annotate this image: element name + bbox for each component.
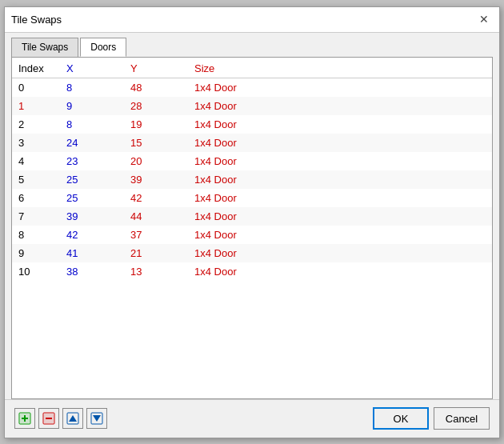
cell-size: 1x4 Door	[188, 152, 492, 170]
cell-x: 24	[60, 134, 124, 152]
table-row[interactable]: 08481x4 Door	[12, 78, 492, 97]
cell-size: 1x4 Door	[188, 226, 492, 244]
cell-y: 19	[124, 115, 188, 134]
cell-x: 25	[60, 189, 124, 207]
remove-icon	[42, 412, 55, 425]
action-buttons	[14, 408, 107, 429]
remove-button[interactable]	[38, 408, 59, 429]
move-up-button[interactable]	[62, 408, 83, 429]
svg-marker-10	[93, 415, 101, 422]
cell-y: 28	[124, 97, 188, 115]
cell-y: 48	[124, 78, 188, 97]
table-row[interactable]: 525391x4 Door	[12, 170, 492, 189]
cell-y: 21	[124, 244, 188, 262]
move-down-button[interactable]	[86, 408, 107, 429]
table-row[interactable]: 1038131x4 Door	[12, 262, 492, 281]
cell-index: 4	[12, 152, 60, 170]
cell-x: 25	[60, 170, 124, 189]
table-row[interactable]: 324151x4 Door	[12, 134, 492, 152]
bottom-bar: OK Cancel	[5, 399, 499, 438]
tab-bar: Tile Swaps Doors	[5, 33, 499, 57]
tab-doors[interactable]: Doors	[80, 38, 126, 57]
cell-y: 39	[124, 170, 188, 189]
col-header-y: Y	[124, 58, 188, 78]
cell-size: 1x4 Door	[188, 97, 492, 115]
col-header-x: X	[60, 58, 124, 78]
content-area: Index X Y Size 08481x4 Door19281x4 Door2…	[11, 57, 493, 399]
cell-y: 44	[124, 207, 188, 226]
cell-index: 8	[12, 226, 60, 244]
table-container[interactable]: Index X Y Size 08481x4 Door19281x4 Door2…	[12, 58, 492, 398]
window-title: Tile Swaps	[11, 14, 62, 26]
cell-index: 3	[12, 134, 60, 152]
cell-y: 15	[124, 134, 188, 152]
dialog-buttons: OK Cancel	[373, 407, 490, 430]
close-button[interactable]: ✕	[475, 10, 493, 28]
cell-x: 23	[60, 152, 124, 170]
data-table: Index X Y Size 08481x4 Door19281x4 Door2…	[12, 58, 492, 281]
cell-size: 1x4 Door	[188, 115, 492, 134]
tab-tile-swaps[interactable]: Tile Swaps	[11, 38, 78, 57]
cell-x: 9	[60, 97, 124, 115]
cell-x: 8	[60, 78, 124, 97]
add-button[interactable]	[14, 408, 35, 429]
cell-size: 1x4 Door	[188, 78, 492, 97]
table-row[interactable]: 19281x4 Door	[12, 97, 492, 115]
cell-y: 13	[124, 262, 188, 281]
ok-button[interactable]: OK	[373, 407, 429, 430]
add-icon	[18, 412, 31, 425]
cell-y: 37	[124, 226, 188, 244]
cell-x: 39	[60, 207, 124, 226]
cell-index: 10	[12, 262, 60, 281]
cancel-button[interactable]: Cancel	[434, 407, 490, 430]
cell-size: 1x4 Door	[188, 189, 492, 207]
title-bar: Tile Swaps ✕	[5, 7, 499, 33]
cell-index: 2	[12, 115, 60, 134]
cell-index: 5	[12, 170, 60, 189]
cell-size: 1x4 Door	[188, 262, 492, 281]
col-header-size: Size	[188, 58, 492, 78]
cell-x: 41	[60, 244, 124, 262]
table-row[interactable]: 842371x4 Door	[12, 226, 492, 244]
cell-index: 9	[12, 244, 60, 262]
table-row[interactable]: 625421x4 Door	[12, 189, 492, 207]
cell-y: 42	[124, 189, 188, 207]
down-arrow-icon	[90, 412, 103, 425]
cell-x: 38	[60, 262, 124, 281]
cell-index: 6	[12, 189, 60, 207]
svg-marker-8	[69, 415, 77, 422]
svg-rect-5	[46, 418, 52, 419]
cell-x: 8	[60, 115, 124, 134]
up-arrow-icon	[66, 412, 79, 425]
cell-y: 20	[124, 152, 188, 170]
cell-size: 1x4 Door	[188, 244, 492, 262]
table-row[interactable]: 739441x4 Door	[12, 207, 492, 226]
cell-size: 1x4 Door	[188, 170, 492, 189]
cell-index: 1	[12, 97, 60, 115]
table-row[interactable]: 941211x4 Door	[12, 244, 492, 262]
cell-x: 42	[60, 226, 124, 244]
table-row[interactable]: 28191x4 Door	[12, 115, 492, 134]
cell-size: 1x4 Door	[188, 134, 492, 152]
table-row[interactable]: 423201x4 Door	[12, 152, 492, 170]
col-header-index: Index	[12, 58, 60, 78]
cell-index: 7	[12, 207, 60, 226]
cell-index: 0	[12, 78, 60, 97]
svg-rect-2	[22, 418, 28, 419]
cell-size: 1x4 Door	[188, 207, 492, 226]
main-window: Tile Swaps ✕ Tile Swaps Doors Index X Y …	[4, 6, 500, 438]
